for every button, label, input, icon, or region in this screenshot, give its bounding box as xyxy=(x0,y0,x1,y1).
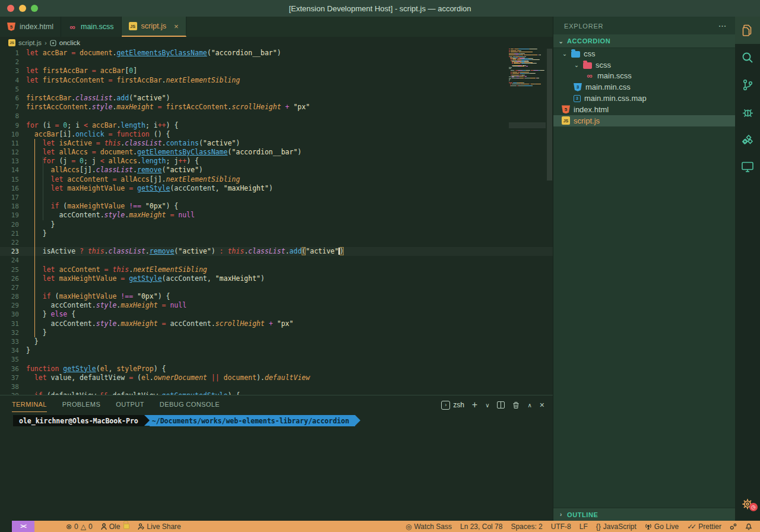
html5-file-icon: 5 xyxy=(7,23,15,31)
activity-remote-window-icon[interactable] xyxy=(735,153,760,180)
minimap[interactable] xyxy=(509,49,546,395)
prettier-status[interactable]: ✓✓ Prettier xyxy=(683,522,726,531)
tab-main-scss[interactable]: ∞ main.scss xyxy=(61,17,122,37)
activity-source-control-icon[interactable] xyxy=(735,71,760,99)
line-number: 9 xyxy=(0,121,19,130)
code-line[interactable]: 6firstAccBar.classList.add("active") xyxy=(0,94,553,103)
panel-tab-output[interactable]: OUTPUT xyxy=(116,401,144,412)
code-line[interactable]: 21 } xyxy=(0,229,553,238)
tab-index-html[interactable]: 5 index.html xyxy=(0,17,61,37)
tree-item-main-scss[interactable]: ∞main.scss xyxy=(553,71,735,82)
section-label: OUTLINE xyxy=(567,511,598,518)
breadcrumb-file[interactable]: script.js xyxy=(18,39,42,46)
minimap-slider[interactable] xyxy=(509,122,546,128)
code-line[interactable]: 36function getStyle(el, styleProp) { xyxy=(0,365,553,373)
remote-indicator[interactable]: >< xyxy=(12,521,34,532)
line-number: 32 xyxy=(0,328,19,337)
activity-extensions-icon[interactable] xyxy=(735,126,760,153)
code-line[interactable]: 4let firstAccContent = firstAccBar.nextE… xyxy=(0,76,553,85)
cursor-position-status[interactable]: Ln 23, Col 78 xyxy=(456,522,506,531)
code-line[interactable]: 2 xyxy=(0,58,553,66)
indentation-status[interactable]: Spaces: 2 xyxy=(506,522,546,531)
code-line[interactable]: 26 let maxHeightValue = getStyle(accCont… xyxy=(0,274,553,283)
line-number: 16 xyxy=(0,184,19,193)
go-live-status[interactable]: Go Live xyxy=(641,522,683,531)
code-line[interactable]: 35 xyxy=(0,355,553,364)
close-panel-icon[interactable]: × xyxy=(540,400,544,410)
powerline-arrow-icon xyxy=(144,415,150,426)
scrollbar-thumb[interactable] xyxy=(547,49,552,180)
tree-item-main-min-css-map[interactable]: 3main.min.css.map xyxy=(553,93,735,104)
maximize-window-button[interactable] xyxy=(31,5,38,12)
line-number: 38 xyxy=(0,382,19,391)
explorer-more-actions-icon[interactable]: ··· xyxy=(719,23,727,30)
code-line[interactable]: 37 let value, defaultView = (el.ownerDoc… xyxy=(0,373,553,382)
settings-gear-icon[interactable]: ◷ xyxy=(735,492,760,516)
watch-sass-status[interactable]: ◎ Watch Sass xyxy=(401,522,456,531)
code-line[interactable]: 30 } else { xyxy=(0,310,553,319)
code-line[interactable]: 12 let allAccs = document.getElementsByC… xyxy=(0,148,553,157)
notifications-status[interactable] xyxy=(741,522,756,530)
activity-explorer-icon[interactable] xyxy=(735,17,760,44)
code-line[interactable]: 11 let isActive = this.classList.contain… xyxy=(0,139,553,148)
code-line[interactable]: 3let firstAccBar = accBar[0] xyxy=(0,66,553,75)
code-line[interactable]: 10 accBar[i].onclick = function () { xyxy=(0,130,553,139)
code-line[interactable]: 25 let accContent = this.nextElementSibl… xyxy=(0,265,553,274)
code-line[interactable]: 28 if (maxHeightValue !== "0px") { xyxy=(0,292,553,301)
code-line[interactable]: 9for (i = 0; i < accBar.length; i++) { xyxy=(0,121,553,130)
activity-debug-icon[interactable] xyxy=(735,99,760,126)
tree-item-main-min-css[interactable]: 3main.min.css xyxy=(553,81,735,93)
new-terminal-icon[interactable]: + xyxy=(472,400,477,410)
tree-item-scss[interactable]: ⌄scss xyxy=(553,59,735,71)
code-line[interactable]: 14 allAccs[j].classList.remove("active") xyxy=(0,166,553,175)
code-line[interactable]: 24 xyxy=(0,256,553,265)
breadcrumb-symbol[interactable]: onclick xyxy=(59,39,80,46)
code-line[interactable]: 27 xyxy=(0,283,553,292)
kill-terminal-icon[interactable] xyxy=(512,401,520,409)
code-line[interactable]: 22 xyxy=(0,238,553,247)
explorer-section-outline[interactable]: › OUTLINE xyxy=(553,508,735,521)
code-editor[interactable]: 1let accBar = document.getElementsByClas… xyxy=(0,49,553,395)
tree-item-css[interactable]: ⌄css xyxy=(553,48,735,59)
explorer-section-accordion[interactable]: ⌄ ACCORDION xyxy=(553,34,735,48)
language-mode-status[interactable]: {} JavaScript xyxy=(592,522,641,531)
account-status[interactable]: Ole xyxy=(97,522,134,531)
tab-script-js[interactable]: JS script.js × xyxy=(122,17,186,37)
code-line[interactable]: 17 xyxy=(0,193,553,202)
code-line[interactable]: 33 } xyxy=(0,337,553,346)
code-line[interactable]: 20 } xyxy=(0,220,553,229)
code-line[interactable]: 16 let maxHeightValue = getStyle(accCont… xyxy=(0,184,553,193)
panel-tab-debug-console[interactable]: DEBUG CONSOLE xyxy=(160,401,220,412)
problems-status[interactable]: ⊗0 △0 xyxy=(62,522,97,531)
code-line[interactable]: 23 isActive ? this.classList.remove("act… xyxy=(0,247,553,256)
tree-item-index-html[interactable]: 5index.html xyxy=(553,104,735,115)
code-line[interactable]: 18 if (maxHeightValue !== "0px") { xyxy=(0,202,553,211)
close-tab-icon[interactable]: × xyxy=(174,22,179,31)
activity-search-icon[interactable] xyxy=(735,44,760,71)
code-line[interactable]: 32 } xyxy=(0,328,553,337)
split-terminal-icon[interactable] xyxy=(497,401,505,408)
terminal-shell-selector[interactable]: › zsh xyxy=(441,401,464,410)
minimize-window-button[interactable] xyxy=(19,5,26,12)
code-line[interactable]: 1let accBar = document.getElementsByClas… xyxy=(0,49,553,58)
code-line[interactable]: 8 xyxy=(0,112,553,121)
code-line[interactable]: 15 let accContent = allAccs[j].nextEleme… xyxy=(0,175,553,184)
code-line[interactable]: 34} xyxy=(0,346,553,355)
code-line[interactable]: 13 for (j = 0; j < allAccs.length; j++) … xyxy=(0,157,553,166)
encoding-status[interactable]: UTF-8 xyxy=(547,522,575,531)
code-line[interactable]: 38 xyxy=(0,382,553,391)
live-share-status[interactable]: Live Share xyxy=(134,522,185,531)
code-line[interactable]: 29 accContent.style.maxHeight = null xyxy=(0,301,553,310)
panel-tab-terminal[interactable]: TERMINAL xyxy=(12,401,47,412)
close-window-button[interactable] xyxy=(7,5,14,12)
code-line[interactable]: 31 accContent.style.maxHeight = accConte… xyxy=(0,319,553,328)
maximize-panel-icon[interactable]: ∧ xyxy=(527,402,531,408)
terminal-dropdown-icon[interactable]: ∨ xyxy=(485,402,489,408)
code-line[interactable]: 7firstAccContent.style.maxHeight = first… xyxy=(0,103,553,112)
tree-item-script-js[interactable]: JSscript.js xyxy=(553,115,735,126)
code-line[interactable]: 5 xyxy=(0,85,553,94)
panel-tab-problems[interactable]: PROBLEMS xyxy=(62,401,100,412)
code-line[interactable]: 19 accContent.style.maxHeight = null xyxy=(0,211,553,220)
eol-status[interactable]: LF xyxy=(575,522,592,531)
extension-link-status[interactable] xyxy=(726,523,741,530)
